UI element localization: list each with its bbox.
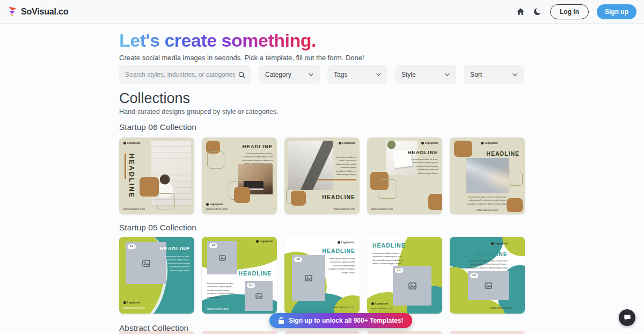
category-dropdown[interactable]: Category [259,65,320,84]
image-placeholder-icon [142,260,150,267]
template-card[interactable]: Logoipsum HEADLINE Lorem ipsum dolor sit… [450,137,525,214]
search-box[interactable] [119,65,251,84]
collections-title: Collections [119,90,190,107]
unlock-templates-banner[interactable]: Sign up to unlock all 900+ Templates! [269,313,412,328]
card-headline: HEADLINE [159,245,190,251]
card-website: www.website.com [371,208,393,210]
chevron-down-icon [513,73,517,76]
brand-dot-icon [123,142,126,144]
outline-square [207,151,224,169]
template-card[interactable]: Logoipsum HEADLINE Lorem ipsum dolor sit… [284,237,360,314]
image-placeholder: 1:1 [245,281,273,311]
ratio-badge: 4:3 [470,273,478,278]
card-website: www.website.com [371,307,393,310]
brand-dot-icon [481,142,484,144]
chevron-down-icon [309,73,313,76]
brown-square [507,198,523,212]
brand-logo: Logoipsum [339,142,355,144]
image-placeholder-icon [255,293,262,299]
image-placeholder: 4:3 [468,271,509,300]
unlock-banner-label: Sign up to unlock all 900+ Templates! [289,317,404,324]
card-headline: HEADLINE [486,150,519,157]
image-placeholder: 1:1 [207,241,237,274]
startup06-card-row: Logoipsum HEADLINE www.website.com HEADL… [119,137,525,214]
brand-logo: Logoipsum [256,240,273,243]
tags-dropdown-label: Tags [334,71,347,78]
page-title: Let's create something. [119,30,316,51]
template-card[interactable]: 1:1 HEADLINE Lorem ipsum dolor sit amet,… [119,237,194,314]
lock-icon [278,317,284,324]
template-card[interactable] [284,331,360,334]
login-button[interactable]: Log in [550,4,589,19]
template-photo [466,158,509,193]
outline-square [378,179,397,199]
card-body-text: Lorem ipsum dolor sit amet, consectetur … [163,255,190,272]
ratio-badge: 1:1 [209,243,217,248]
image-placeholder-icon [408,282,416,289]
card-headline: HEADLINE [242,143,273,149]
template-card[interactable] [367,331,442,334]
template-card[interactable]: HEADLINE Lorem ipsum dolor sit amet, con… [202,137,277,214]
card-body-text: Lorem ipsum dolor sit amet, consectetur … [326,257,355,274]
brand-dot-icon [338,241,340,244]
card-body-text: Lorem ipsum dolor sit amet, consectetur … [465,195,510,206]
card-headline: HEADLINE [322,194,355,200]
collections-subtitle: Hand-curated designs grouped by style or… [119,108,279,115]
template-card[interactable] [450,331,525,334]
card-body-text: Lorem ipsum dolor sit amet, consectetur … [241,152,273,166]
template-card[interactable]: Logoipsum HEADLINE www.website.com [119,137,194,214]
template-card[interactable]: Logoipsum HEADLINE Lorem ipsum dolor sit… [367,137,442,214]
template-card[interactable]: Logoipsum Lorem ipsum dolor sit amet, co… [284,137,360,214]
logo[interactable]: SoVisual.co [8,6,68,17]
ratio-badge: 1:1 [247,283,255,288]
chevron-down-icon [376,73,381,76]
template-card[interactable]: Logoipsum HEADLINE Lorem ipsum dolor sit… [450,237,525,314]
filter-bar: Category Tags Style Sort [119,65,524,84]
card-headline: HEADLINE [322,248,355,254]
brand-logo: Logoipsum [123,301,140,304]
card-website: www.website.com [334,208,355,210]
card-website: www.website.com [207,308,229,310]
style-dropdown[interactable]: Style [395,65,456,84]
card-headline: HEADLINE [372,242,406,249]
home-icon[interactable] [516,7,525,16]
page-subtitle: Create social media images in seconds. P… [119,54,364,62]
template-card[interactable] [119,331,194,334]
brand-logo: Logoipsum [421,142,438,144]
outline-square [508,171,523,186]
card-website: www.website.com [123,208,145,210]
tags-dropdown[interactable]: Tags [327,65,387,84]
card-website: www.website.com [491,307,512,309]
top-navbar: SoVisual.co Log in Sign up [0,0,644,24]
search-input[interactable] [125,71,235,78]
collection-group-title-startup06: Startup 06 Collection [119,122,196,132]
card-website: www.website.com [477,209,498,212]
card-headline: HEADLINE [407,149,438,155]
chevron-down-icon [445,73,450,76]
brand-dot-icon [421,142,424,144]
brown-square [428,194,442,210]
collection-group-title-startup05: Startup 05 Collection [119,223,196,233]
chat-icon [624,314,631,321]
signup-button[interactable]: Sign up [597,4,636,19]
brand-dot-icon [339,142,341,144]
template-card[interactable]: 1:1 Logoipsum HEADLINE Lorem ipsum dolor… [202,237,277,314]
brand-logo: Logoipsum [338,241,354,244]
moon-icon[interactable] [533,7,542,16]
image-placeholder: 1:1 [393,266,431,306]
startup05-card-row: 1:1 HEADLINE Lorem ipsum dolor sit amet,… [119,237,525,314]
accent-bar [318,179,356,180]
logo-icon [8,6,17,17]
brand-dot-icon [491,242,494,245]
card-website: www.website.com [123,307,145,309]
chat-widget-button[interactable] [619,309,635,326]
card-headline: HEADLINE [474,251,508,257]
template-card[interactable] [202,331,277,334]
card-website: www.website.com [333,306,354,309]
template-card[interactable]: HEADLINE Lorem ipsum dolor sit amet, con… [367,237,442,314]
brand-dot-icon [371,302,374,305]
sort-dropdown[interactable]: Sort [464,65,524,84]
brand-logo: Logoipsum [123,142,140,144]
card-body-text: Lorem ipsum dolor sit amet, consectetur … [466,259,511,270]
outline-square [157,193,175,209]
